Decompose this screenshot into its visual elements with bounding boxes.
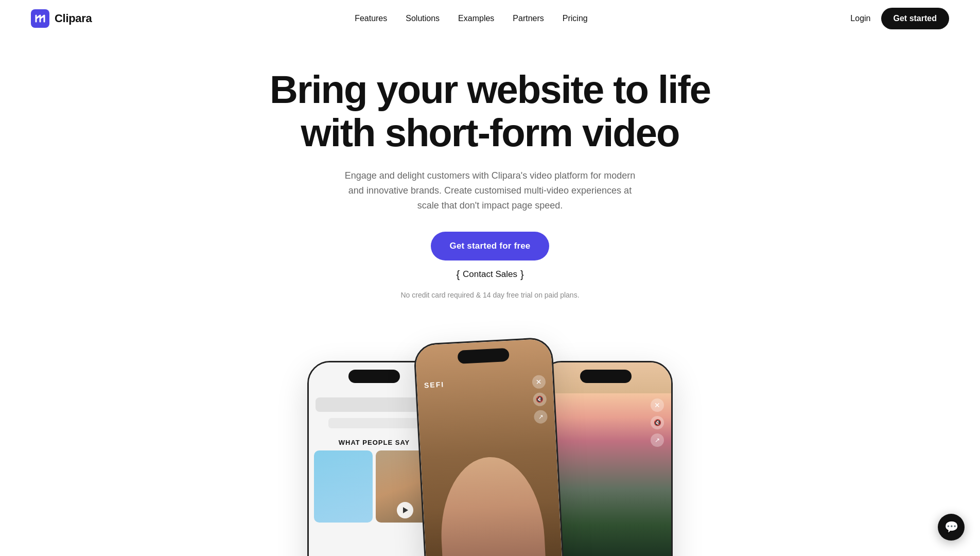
center-sound-button[interactable]: 🔇 [533, 392, 547, 406]
contact-sales-button[interactable]: { Contact Sales } [456, 269, 523, 281]
phone-center-notch [458, 348, 510, 363]
no-credit-card-text: No credit card required & 14 day free tr… [400, 291, 579, 299]
chat-icon: 💬 [944, 520, 958, 534]
bracket-right: } [520, 269, 524, 281]
bracket-left: { [456, 269, 460, 281]
get-started-free-button[interactable]: Get started for free [431, 232, 549, 260]
play-triangle-icon [403, 507, 408, 513]
hero-title: Bring your website to life with short-fo… [270, 68, 710, 154]
hero-title-line2: with short-form video [301, 111, 679, 154]
right-close-button[interactable]: ✕ [651, 398, 664, 412]
phone-left-notch [348, 370, 400, 383]
hero-title-line1: Bring your website to life [270, 67, 710, 111]
right-sound-button[interactable]: 🔇 [651, 416, 664, 429]
contact-sales-label: Contact Sales [463, 269, 517, 280]
phone-left-header-bar-2 [328, 418, 420, 428]
chat-bubble[interactable]: 💬 [938, 514, 965, 541]
brand-name: Clipara [55, 12, 92, 25]
center-share-button[interactable]: ↗ [534, 410, 548, 424]
get-started-nav-button[interactable]: Get started [881, 8, 949, 29]
login-link[interactable]: Login [850, 14, 870, 23]
logo-icon [31, 9, 49, 28]
center-close-button[interactable]: ✕ [532, 375, 546, 389]
nav-links: Features Solutions Examples Partners Pri… [355, 14, 588, 23]
testimonial-thumb-1 [314, 450, 373, 523]
phone-left-header-bar [316, 397, 433, 412]
nav-features[interactable]: Features [355, 14, 387, 23]
phone-center-wrapper: SEFI ✕ 🔇 ↗ [413, 337, 567, 556]
phones-section: WHAT PEOPLE SAY SEFI ✕ 🔇 [0, 351, 980, 556]
hero-section: Bring your website to life with short-fo… [0, 37, 980, 345]
person-silhouette [437, 454, 549, 556]
hero-subtitle: Engage and delight customers with Clipar… [341, 168, 639, 213]
nav-pricing[interactable]: Pricing [563, 14, 588, 23]
navbar: Clipara Features Solutions Examples Part… [0, 0, 980, 37]
logo[interactable]: Clipara [31, 9, 92, 28]
nav-actions: Login Get started [850, 8, 949, 29]
right-share-button[interactable]: ↗ [651, 433, 664, 447]
nav-examples[interactable]: Examples [458, 14, 494, 23]
nav-solutions[interactable]: Solutions [406, 14, 440, 23]
play-button[interactable] [397, 502, 413, 518]
center-person [419, 423, 566, 556]
nav-partners[interactable]: Partners [513, 14, 544, 23]
phone-center-content: SEFI ✕ 🔇 ↗ [415, 338, 565, 556]
phone-center: SEFI ✕ 🔇 ↗ [413, 337, 567, 556]
sefi-label: SEFI [424, 380, 445, 389]
phone-right-notch [580, 370, 632, 383]
